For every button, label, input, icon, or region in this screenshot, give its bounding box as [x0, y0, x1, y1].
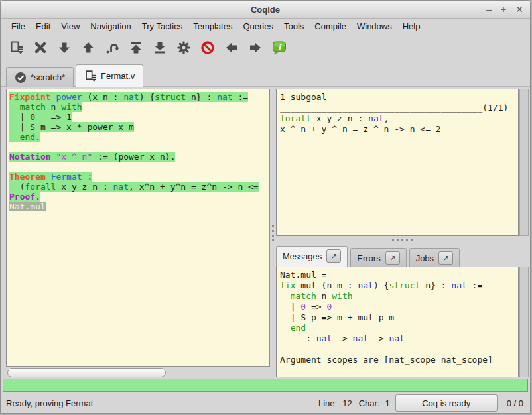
message-tab-bar: Messages ↗ Errors ↗ Jobs ↗: [276, 244, 529, 267]
menu-bar: File Edit View Navigation Try Tactics Te…: [1, 19, 530, 34]
step-forward-button[interactable]: [52, 37, 76, 58]
main-area: Fixpoint power (x n : nat) {struct n} : …: [1, 87, 530, 377]
tab-scratch[interactable]: *scratch*: [6, 67, 74, 87]
script-editor[interactable]: Fixpoint power (x n : nat) {struct n} : …: [6, 89, 270, 367]
code-line: end.: [9, 132, 269, 142]
check-circle-icon: [15, 72, 27, 84]
tab-messages-label: Messages: [283, 251, 322, 261]
goal-scrollbar[interactable]: [519, 89, 529, 236]
code-line: | 0 => 0: [280, 302, 518, 312]
restart-icon: [129, 40, 143, 55]
fully-check-icon: [176, 40, 191, 55]
menu-item-compile[interactable]: Compile: [309, 20, 352, 32]
progress-row: [1, 377, 530, 393]
close-buffer-icon: [33, 40, 48, 55]
detach-arrow-icon: ↗: [331, 252, 337, 261]
previous-button[interactable]: [220, 37, 243, 58]
char-value: 1: [385, 398, 389, 408]
save-button[interactable]: [5, 37, 29, 58]
code-line: end: [280, 323, 518, 333]
detach-jobs-button[interactable]: ↗: [438, 251, 453, 265]
tab-errors-label: Errors: [357, 253, 380, 263]
coq-state-button[interactable]: Coq is ready: [395, 394, 498, 412]
run-to-end-button[interactable]: [148, 37, 172, 58]
tab-fermat-label: Fermat.v: [101, 71, 135, 81]
info-button[interactable]: i: [267, 37, 291, 58]
menu-item-file[interactable]: File: [6, 20, 31, 32]
step-backward-icon: [81, 40, 96, 55]
page-download-icon: [84, 70, 97, 82]
code-line: forall x y z n : nat,: [280, 113, 518, 124]
vertical-splitter[interactable]: [270, 89, 276, 377]
run-to-end-icon: [153, 40, 167, 55]
messages-scrollbar[interactable]: [519, 267, 529, 377]
code-line: fix mul (n m : nat) {struct n} : nat :=: [280, 280, 518, 291]
code-line: | S p => m + mul p m: [280, 312, 518, 323]
right-column: 1 subgoal_______________________________…: [276, 89, 529, 377]
messages-pane[interactable]: Nat.mul =fix mul (n m : nat) {struct n} …: [276, 267, 519, 377]
detach-errors-button[interactable]: ↗: [385, 251, 400, 265]
status-bar: Ready, proving Fermat Line: 12 Char: 1 C…: [1, 393, 530, 413]
code-line: [9, 162, 269, 172]
code-line: Notation "x ^ n" := (power x n).: [9, 152, 269, 162]
menu-item-edit[interactable]: Edit: [31, 20, 56, 32]
editor-horizontal-scrollbar[interactable]: [6, 367, 270, 377]
horizontal-splitter[interactable]: [276, 236, 529, 244]
go-to-cursor-button[interactable]: [100, 37, 124, 58]
detach-messages-button[interactable]: ↗: [326, 249, 341, 263]
menu-item-queries[interactable]: Queries: [237, 20, 279, 32]
code-line: (forall x y z n : nat, x^n + y^n = z^n -…: [9, 182, 269, 192]
step-backward-button[interactable]: [76, 37, 100, 58]
menu-item-try-tactics[interactable]: Try Tactics: [137, 20, 188, 32]
save-icon: [9, 40, 24, 55]
detach-arrow-icon: ↗: [443, 254, 449, 263]
menu-item-navigation[interactable]: Navigation: [85, 20, 136, 32]
tab-messages[interactable]: Messages ↗: [276, 246, 348, 267]
window-controls: – + ✕: [486, 1, 523, 18]
code-line: x ^ n + y ^ n = z ^ n -> n <= 2: [280, 124, 518, 135]
code-line: Theorem Fermat :: [9, 172, 269, 182]
menu-item-help[interactable]: Help: [397, 20, 426, 32]
next-button[interactable]: [243, 37, 267, 58]
close-buffer-button[interactable]: [29, 37, 52, 58]
tab-scratch-label: *scratch*: [31, 72, 65, 82]
title-bar[interactable]: CoqIde – + ✕: [1, 1, 530, 19]
code-line: match n with: [280, 291, 518, 302]
code-line: : nat -> nat -> nat: [280, 333, 518, 344]
code-line: Proof.: [9, 192, 269, 202]
minimize-button[interactable]: –: [486, 1, 492, 18]
tab-jobs[interactable]: Jobs ↗: [409, 248, 460, 267]
buffer-tab-bar: *scratch* Fermat.v: [1, 61, 530, 87]
goal-pane[interactable]: 1 subgoal_______________________________…: [276, 89, 519, 236]
message-notebook: Messages ↗ Errors ↗ Jobs ↗ Nat.mul =fix …: [276, 244, 529, 377]
previous-icon: [224, 40, 239, 55]
editor-column: Fixpoint power (x n : nat) {struct n} : …: [6, 89, 270, 377]
step-forward-icon: [57, 40, 72, 55]
menu-item-templates[interactable]: Templates: [188, 20, 237, 32]
code-line: Fixpoint power (x n : nat) {struct n} : …: [9, 92, 269, 102]
menu-item-windows[interactable]: Windows: [352, 20, 397, 32]
line-label: Line:: [318, 398, 337, 408]
scrollbar-thumb[interactable]: [7, 368, 166, 377]
maximize-button[interactable]: +: [501, 1, 506, 18]
code-line: Nat.mul: [9, 202, 269, 211]
close-button[interactable]: ✕: [515, 1, 523, 18]
tab-fermat[interactable]: Fermat.v: [76, 64, 143, 87]
go-to-cursor-icon: [105, 40, 119, 55]
fully-check-button[interactable]: [172, 37, 196, 58]
tab-jobs-label: Jobs: [416, 253, 434, 263]
code-line: 1 subgoal: [280, 92, 518, 103]
interrupt-button[interactable]: [196, 37, 220, 58]
code-line: | 0 => 1: [9, 112, 269, 122]
tab-errors[interactable]: Errors ↗: [350, 248, 406, 267]
char-label: Char:: [359, 398, 380, 408]
worker-counter: 0 / 0: [507, 398, 523, 408]
code-line: [280, 344, 518, 355]
restart-button[interactable]: [124, 37, 148, 58]
code-line: _______________________________________(…: [280, 103, 518, 113]
goal-row: 1 subgoal_______________________________…: [276, 89, 529, 236]
menu-item-tools[interactable]: Tools: [279, 20, 309, 32]
code-line: Argument scopes are [nat_scope nat_scope…: [280, 355, 518, 365]
menu-item-view[interactable]: View: [56, 20, 85, 32]
code-line: match n with: [9, 102, 269, 112]
